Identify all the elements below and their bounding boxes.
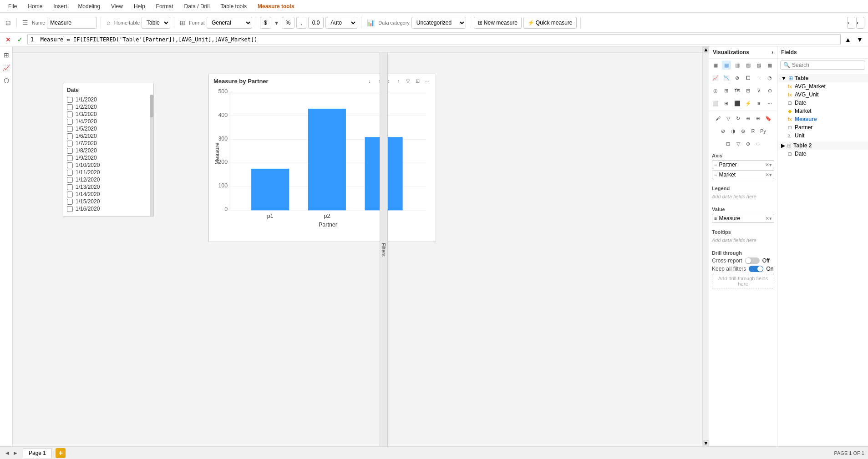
percent-btn[interactable]: % <box>282 17 295 29</box>
date-checkbox[interactable] <box>67 148 73 154</box>
menu-help[interactable]: Help <box>129 1 150 11</box>
axis-field-partner-remove[interactable]: ✕ <box>765 162 769 168</box>
scroll-left-btn[interactable]: ‹ <box>847 17 855 29</box>
cross-report-toggle[interactable] <box>745 257 760 264</box>
menu-format[interactable]: Format <box>152 1 178 11</box>
fields-item-market[interactable]: ◆ Market <box>777 107 868 115</box>
home-table-select[interactable]: Table <box>142 17 170 29</box>
viz-filled-map[interactable]: ⊟ <box>744 86 753 95</box>
menu-view[interactable]: View <box>107 1 127 11</box>
date-scroll-thumb[interactable] <box>150 95 153 117</box>
viz-card[interactable]: ⬜ <box>711 99 720 108</box>
data-category-select[interactable]: Uncategorized <box>411 17 466 29</box>
viz-tool-9[interactable]: ⊕ <box>744 139 753 148</box>
viz-tool-expand[interactable]: ⊕ <box>744 114 753 123</box>
new-measure-btn[interactable]: ⊞ New measure <box>474 17 522 29</box>
date-checkbox[interactable] <box>67 141 73 146</box>
viz-stacked-bar[interactable]: ▦ <box>711 61 720 70</box>
viz-line[interactable]: 📈 <box>711 73 720 82</box>
left-icon-chart[interactable]: 📈 <box>1 63 11 73</box>
left-icon-table[interactable]: ⊞ <box>1 50 11 60</box>
menu-data-drill[interactable]: Data / Drill <box>180 1 214 11</box>
menu-home[interactable]: Home <box>23 1 47 11</box>
fields-group-table2-header[interactable]: ▶ ⊞ Table 2 <box>777 141 868 150</box>
date-checkbox[interactable] <box>67 133 73 139</box>
viz-map[interactable]: 🗺 <box>733 86 742 95</box>
viz-more[interactable]: ··· <box>765 99 774 108</box>
drill-up-icon[interactable]: ↑ <box>394 77 402 85</box>
date-checkbox[interactable] <box>67 184 73 190</box>
fields-item-unit[interactable]: Σ Unit <box>777 131 868 140</box>
value-field-measure-remove[interactable]: ✕ <box>765 216 769 222</box>
date-checkbox[interactable] <box>67 104 73 110</box>
menu-modeling[interactable]: Modeling <box>73 1 105 11</box>
date-checkbox[interactable] <box>67 162 73 168</box>
fields-item-avg-market[interactable]: fx AVG_Market <box>777 82 868 91</box>
viz-tool-2[interactable]: ⊘ <box>719 126 728 136</box>
formula-confirm-btn[interactable]: ✓ <box>15 35 25 44</box>
date-checkbox[interactable] <box>67 177 73 183</box>
viz-table[interactable]: ⊞ <box>722 99 731 108</box>
viz-funnel[interactable]: ⊽ <box>754 86 763 95</box>
viz-gauge[interactable]: ⊙ <box>765 86 774 95</box>
viz-100-col[interactable]: ▩ <box>765 61 774 70</box>
menu-measure-tools[interactable]: Measure tools <box>253 1 299 11</box>
viz-scatter[interactable]: ⁘ <box>754 73 763 82</box>
date-checkbox[interactable] <box>67 155 73 161</box>
viz-ribbon[interactable]: ⊘ <box>733 73 742 82</box>
comma-btn[interactable]: , <box>296 17 306 29</box>
viz-tool-format[interactable]: 🖌 <box>714 114 723 123</box>
fields-item-table2-date[interactable]: □ Date <box>777 150 868 158</box>
filters-panel[interactable]: Filters <box>380 53 388 446</box>
axis-field-partner-chevron[interactable]: ▾ <box>769 162 772 168</box>
fields-item-avg-unit[interactable]: fx AVG_Unit <box>777 91 868 99</box>
auto-select[interactable]: Auto <box>325 17 357 29</box>
axis-field-market-remove[interactable]: ✕ <box>765 172 769 178</box>
viz-tool-10[interactable]: ··· <box>754 139 763 148</box>
value-field-measure-chevron[interactable]: ▾ <box>769 216 772 222</box>
viz-area[interactable]: 📉 <box>722 73 731 82</box>
viz-tool-8[interactable]: ▽ <box>734 139 743 148</box>
formula-expand-btn[interactable]: ▲ <box>843 35 853 44</box>
viz-matrix[interactable]: ⬛ <box>733 99 742 108</box>
date-checkbox[interactable] <box>67 170 73 176</box>
date-checkbox[interactable] <box>67 199 73 205</box>
decimal-btn[interactable]: 0.0 <box>308 17 324 29</box>
quick-measure-btn[interactable]: ⚡ Quick measure <box>523 17 577 29</box>
viz-donut[interactable]: ◎ <box>711 86 720 95</box>
viz-treemap[interactable]: ⊞ <box>722 86 731 95</box>
date-checkbox[interactable] <box>67 119 73 125</box>
menu-insert[interactable]: Insert <box>49 1 71 11</box>
sort-asc-icon[interactable]: ↓ <box>365 77 374 85</box>
viz-tool-6[interactable]: Py <box>759 126 768 136</box>
date-scrollbar[interactable] <box>150 95 153 216</box>
menu-file[interactable]: File <box>4 1 21 11</box>
formula-collapse-btn[interactable]: ▼ <box>855 35 864 44</box>
axis-field-market-chevron[interactable]: ▾ <box>769 172 772 178</box>
viz-100-bar[interactable]: ▥ <box>733 61 742 70</box>
fields-item-measure[interactable]: fx Measure <box>777 115 868 123</box>
date-checkbox[interactable] <box>67 192 73 197</box>
date-checkbox[interactable] <box>67 97 73 103</box>
page-next-btn[interactable]: ► <box>12 449 19 457</box>
name-input[interactable] <box>47 17 97 29</box>
viz-slicer[interactable]: ≡ <box>754 99 763 108</box>
fields-group-table-header[interactable]: ▼ ⊞ Table <box>777 74 868 82</box>
viz-stacked-col[interactable]: ▧ <box>744 61 753 70</box>
formula-input[interactable] <box>27 34 841 45</box>
viz-pie[interactable]: ◔ <box>765 73 774 82</box>
format-select[interactable]: General <box>207 17 252 29</box>
viz-tool-collapse[interactable]: ⊖ <box>754 114 763 123</box>
viz-tool-refresh[interactable]: ↻ <box>734 114 743 123</box>
date-checkbox[interactable] <box>67 206 73 212</box>
left-icon-model[interactable]: ⬡ <box>1 76 11 86</box>
viz-tool-3[interactable]: ◑ <box>729 126 738 136</box>
focus-icon[interactable]: ⊡ <box>413 77 421 85</box>
fields-item-partner[interactable]: □ Partner <box>777 123 868 131</box>
add-page-btn[interactable]: + <box>56 448 66 458</box>
viz-tool-filter[interactable]: ▽ <box>724 114 733 123</box>
more-icon[interactable]: ··· <box>423 77 431 85</box>
viz-kpi[interactable]: ⚡ <box>744 99 753 108</box>
date-checkbox[interactable] <box>67 111 73 117</box>
date-checkbox[interactable] <box>67 126 73 132</box>
